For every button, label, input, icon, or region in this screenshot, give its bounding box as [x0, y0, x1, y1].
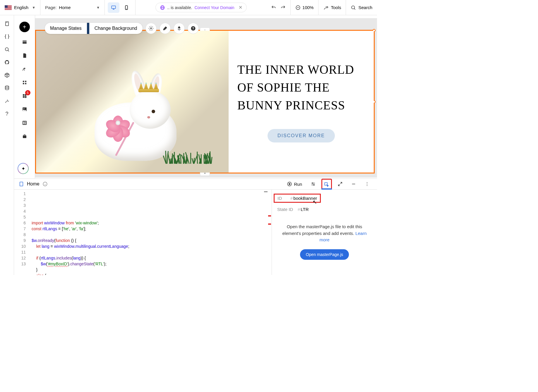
- zoom-out-icon: [295, 5, 301, 10]
- svg-point-35: [150, 28, 152, 29]
- search-button[interactable]: Search: [346, 0, 377, 15]
- manage-states-button[interactable]: Manage States: [45, 23, 87, 34]
- search-icon: [351, 5, 356, 10]
- flag-icon: [5, 5, 12, 10]
- svg-line-11: [354, 8, 355, 10]
- code-tab-label[interactable]: Home: [27, 181, 40, 187]
- svg-point-45: [312, 183, 313, 184]
- help-toolbar-button[interactable]: ?: [188, 23, 199, 34]
- plugins-icon[interactable]: 5: [21, 92, 28, 99]
- diamond-icon: [177, 26, 182, 31]
- redo-icon[interactable]: [280, 5, 286, 10]
- connect-domain-link[interactable]: Connect Your Domain: [194, 5, 234, 10]
- svg-rect-33: [25, 123, 26, 124]
- pages-icon[interactable]: [4, 20, 10, 27]
- svg-rect-22: [23, 83, 24, 85]
- properties-message: Open the masterPage.js file to edit this…: [277, 223, 372, 243]
- ai-assistant-button[interactable]: ✦: [18, 163, 29, 174]
- help-icon[interactable]: ?: [4, 111, 10, 117]
- page-value: Home: [59, 5, 71, 10]
- svg-line-15: [8, 50, 9, 51]
- svg-point-49: [367, 182, 367, 183]
- zoom-control[interactable]: 100%: [291, 0, 318, 15]
- zoom-value: 100%: [302, 5, 313, 10]
- code-braces-icon[interactable]: [4, 33, 10, 40]
- top-toolbar: English ▼ Page: Home ▼ .. is available. …: [0, 0, 377, 15]
- svg-point-29: [23, 108, 24, 109]
- id-field-highlight: ID #bookBanner ↖: [274, 194, 321, 203]
- minimize-button[interactable]: [348, 179, 359, 189]
- github-icon[interactable]: [4, 59, 10, 66]
- editor-canvas: Manage States Change Background ? ⇣ ⇣ TH…: [35, 18, 377, 178]
- sliders-icon: [311, 181, 316, 187]
- media-icon[interactable]: [21, 106, 28, 113]
- badge-count: 5: [25, 90, 30, 95]
- properties-toggle[interactable]: [321, 179, 332, 189]
- code-content[interactable]: import wixWindow from 'wix-window';const…: [29, 190, 272, 275]
- line-gutter: 12345678910111213: [14, 190, 29, 275]
- discover-more-button[interactable]: DISCOVER MORE: [268, 129, 335, 142]
- minus-icon: [351, 181, 356, 187]
- code-editor[interactable]: 12345678910111213 import wixWindow from …: [14, 190, 272, 275]
- section-icon[interactable]: [21, 39, 28, 46]
- business-icon[interactable]: [21, 133, 28, 140]
- search-label: Search: [358, 5, 372, 10]
- mobile-view-button[interactable]: [121, 2, 132, 13]
- play-icon: [287, 181, 292, 187]
- apps-icon[interactable]: [21, 79, 28, 86]
- animation-button[interactable]: [174, 23, 185, 34]
- svg-rect-23: [25, 83, 26, 85]
- svg-point-46: [313, 185, 314, 185]
- svg-point-4: [126, 9, 127, 9]
- database-icon[interactable]: [4, 85, 10, 91]
- info-icon[interactable]: [42, 181, 48, 187]
- run-label: Run: [294, 182, 302, 187]
- svg-point-10: [352, 6, 355, 9]
- change-background-button[interactable]: Change Background: [89, 23, 143, 34]
- greens-decoration: [165, 149, 215, 164]
- more-button[interactable]: [362, 179, 372, 189]
- expand-button[interactable]: [335, 179, 345, 189]
- pill-divider: [87, 23, 89, 34]
- banner-title[interactable]: THE INNER WORLD OF SOPHIE THE BUNNY PRIN…: [237, 61, 365, 114]
- search-rail-icon[interactable]: [4, 46, 10, 53]
- globe-icon: [160, 5, 165, 10]
- package-icon[interactable]: [4, 72, 10, 78]
- page-icon[interactable]: [21, 52, 28, 59]
- undo-icon[interactable]: [271, 5, 276, 10]
- code-panel: Home Run 12345678910111213 import wixWin…: [14, 178, 377, 275]
- open-masterpage-button[interactable]: Open masterPage.js: [300, 249, 349, 260]
- page-selector[interactable]: Page: Home ▼: [40, 0, 105, 15]
- desktop-view-button[interactable]: [108, 2, 119, 13]
- id-label: ID: [277, 196, 286, 201]
- tools-menu[interactable]: Tools: [318, 0, 346, 15]
- state-value[interactable]: #LTR: [298, 207, 309, 212]
- close-icon[interactable]: ✕: [239, 5, 242, 10]
- settings-button[interactable]: [145, 23, 157, 34]
- banner-text-area: THE INNER WORLD OF SOPHIE THE BUNNY PRIN…: [229, 31, 374, 173]
- svg-point-14: [5, 48, 8, 51]
- properties-panel: ID #bookBanner ↖ State ID #LTR Open the …: [272, 190, 377, 275]
- chevron-down-icon: ▼: [96, 6, 100, 10]
- format-button[interactable]: [308, 179, 318, 189]
- book-banner[interactable]: THE INNER WORLD OF SOPHIE THE BUNNY PRIN…: [36, 31, 374, 173]
- run-button[interactable]: Run: [284, 180, 305, 188]
- tools-rail-icon[interactable]: [4, 98, 10, 104]
- expand-icon: [337, 181, 343, 187]
- svg-rect-18: [23, 42, 27, 44]
- dev-rail: ?: [0, 15, 14, 275]
- theme-icon[interactable]: A: [21, 66, 28, 73]
- design-button[interactable]: [160, 23, 171, 34]
- states-pill-group: Manage States Change Background: [45, 23, 143, 34]
- element-toolbar: Manage States Change Background ?: [45, 23, 199, 34]
- svg-rect-21: [25, 81, 26, 82]
- layout-icon[interactable]: [21, 119, 28, 126]
- svg-rect-32: [25, 122, 26, 123]
- svg-rect-26: [23, 96, 24, 98]
- svg-rect-24: [23, 94, 24, 96]
- svg-rect-38: [20, 182, 23, 186]
- add-button[interactable]: +: [19, 22, 30, 32]
- svg-point-50: [367, 184, 367, 184]
- language-selector[interactable]: English ▼: [0, 0, 40, 15]
- state-label: State ID: [277, 207, 294, 212]
